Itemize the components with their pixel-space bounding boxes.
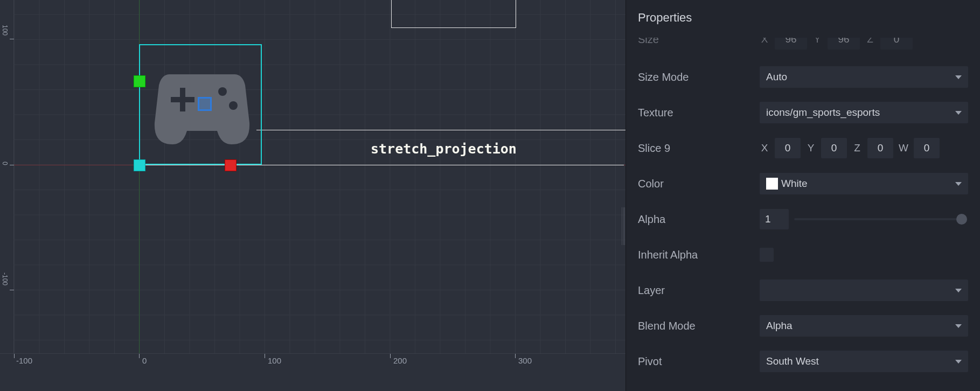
color-swatch (766, 178, 778, 190)
prop-color-label: Color (638, 178, 760, 190)
panel-title: Properties (626, 0, 980, 38)
alpha-input[interactable] (760, 209, 789, 229)
handle-cyan[interactable] (134, 159, 145, 171)
prop-size-label: Size (638, 38, 760, 46)
svg-point-2 (218, 87, 227, 96)
canvas-frame-main-bottom (139, 165, 624, 165)
properties-panel: Properties Size X Y Z Size Mode Auto (625, 0, 980, 391)
canvas-frame-top (391, 0, 516, 28)
slice9-y-label: Y (806, 142, 816, 154)
prop-layer-label: Layer (638, 284, 760, 297)
prop-inherit-alpha-row: Inherit Alpha (626, 237, 980, 273)
handle-red[interactable] (225, 159, 237, 171)
alpha-slider-thumb[interactable] (956, 214, 967, 225)
ruler-x-0: 0 (142, 356, 147, 365)
texture-select[interactable]: icons/gm_sports_esports (760, 102, 968, 123)
size-mode-select[interactable]: Auto (760, 66, 968, 88)
ruler-x-300: 300 (518, 356, 532, 365)
color-select[interactable]: White (760, 173, 968, 194)
prop-texture-row: Texture icons/gm_sports_esports (626, 95, 980, 130)
handle-blue[interactable] (198, 97, 212, 111)
chevron-down-icon (955, 324, 962, 328)
canvas-viewport[interactable]: stretch_projection 100 0 -100 -100 0 100… (0, 0, 625, 391)
chevron-down-icon (955, 75, 962, 79)
size-x-label: X (760, 38, 769, 45)
prop-size-mode-label: Size Mode (638, 71, 760, 83)
prop-layer-row: Layer (626, 273, 980, 308)
prop-texture-label: Texture (638, 107, 760, 119)
size-y-label: Y (812, 38, 822, 45)
ruler-vertical: 100 0 -100 (0, 0, 14, 353)
prop-slice9-label: Slice 9 (638, 142, 760, 155)
slice9-w-label: W (899, 142, 908, 154)
ruler-y-0: 0 (1, 162, 9, 165)
size-x-input[interactable] (775, 38, 807, 50)
prop-slice9-row: Slice 9 X Y Z W (626, 130, 980, 166)
ruler-x-200: 200 (393, 356, 407, 365)
pivot-select[interactable]: South West (760, 351, 968, 372)
slice9-y-input[interactable] (821, 138, 847, 158)
prop-alpha-label: Alpha (638, 213, 760, 226)
layer-select[interactable] (760, 280, 968, 301)
prop-blend-mode-row: Blend Mode Alpha (626, 308, 980, 344)
ruler-y-100: 100 (1, 25, 9, 36)
prop-size-mode-row: Size Mode Auto (626, 59, 980, 95)
chevron-down-icon (955, 360, 962, 364)
texture-value: icons/gm_sports_esports (766, 107, 880, 118)
size-z-input[interactable] (880, 38, 913, 50)
object-label: stretch_projection (371, 141, 517, 157)
canvas-grid (0, 0, 625, 391)
slice9-z-label: Z (852, 142, 862, 154)
prop-inherit-alpha-label: Inherit Alpha (638, 249, 760, 261)
alpha-slider[interactable] (794, 218, 965, 220)
slice9-w-input[interactable] (914, 138, 940, 158)
prop-pivot-row: Pivot South West (626, 344, 980, 379)
size-mode-value: Auto (766, 71, 787, 83)
ruler-x-neg100: -100 (16, 356, 32, 365)
pivot-value: South West (766, 355, 819, 367)
chevron-down-icon (955, 182, 962, 186)
slice9-z-input[interactable] (867, 138, 893, 158)
size-y-input[interactable] (828, 38, 860, 50)
prop-pivot-label: Pivot (638, 355, 760, 368)
panel-resize-handle[interactable] (622, 207, 625, 245)
ruler-y-neg100: -100 (1, 273, 9, 285)
slice9-x-label: X (760, 142, 769, 154)
svg-point-3 (229, 101, 238, 110)
prop-blend-mode-label: Blend Mode (638, 320, 760, 332)
color-value: White (781, 178, 808, 190)
blend-mode-select[interactable]: Alpha (760, 315, 968, 337)
chevron-down-icon (955, 289, 962, 292)
svg-rect-1 (180, 88, 185, 111)
prop-size-row: Size X Y Z (626, 38, 980, 54)
slice9-x-input[interactable] (775, 138, 801, 158)
prop-color-row: Color White (626, 166, 980, 201)
ruler-horizontal: -100 0 100 200 300 (0, 353, 625, 391)
inherit-alpha-checkbox[interactable] (760, 248, 774, 262)
ruler-x-100: 100 (268, 356, 281, 365)
blend-mode-value: Alpha (766, 320, 793, 332)
handle-green[interactable] (134, 75, 145, 87)
chevron-down-icon (955, 111, 962, 115)
size-z-label: Z (865, 38, 875, 45)
prop-alpha-row: Alpha (626, 201, 980, 237)
